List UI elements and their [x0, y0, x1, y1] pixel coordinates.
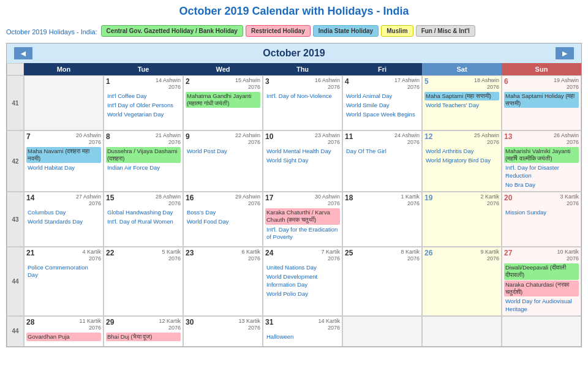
subtitle-label: October 2019 Holidays - India: — [6, 28, 97, 36]
calendar-cell: 3114 Kartik 2076Halloween — [263, 316, 342, 347]
next-month-button[interactable]: ► — [556, 47, 574, 59]
calendar-cell: 2912 Kartik 2076Bhai Duj (भैया दूज) — [104, 316, 183, 347]
calendar-cell: 114 Ashwin 2076Int'l Coffee DayInt'l Day… — [104, 75, 183, 130]
day-ashwin: 27 Ashwin 2076 — [76, 194, 101, 207]
calendar-cell: 247 Kartik 2076United Nations DayWorld D… — [263, 247, 342, 316]
dow-header-row: Mon Tue Wed Thu Fri Sat Sun — [7, 63, 581, 75]
calendar-event: World Arthritis Day — [424, 147, 499, 156]
week-num-41: 41 — [7, 75, 24, 130]
day-number: 10 — [265, 132, 273, 141]
day-number: 24 — [265, 249, 273, 257]
calendar-event: World Habitat Day — [26, 164, 101, 172]
dow-sun: Sun — [502, 63, 581, 75]
week-num-44: 44 — [7, 247, 24, 316]
page-title: October 2019 Calendar with Holidays - In… — [0, 0, 588, 20]
day-number: 21 — [26, 249, 34, 257]
calendar-cell: 316 Ashwin 2076Int'l. Day of Non-Violenc… — [263, 75, 342, 130]
calendar-cell: 258 Kartik 2076 — [342, 247, 422, 316]
calendar-event: Naraka Chaturdasi (नरका चतुर्दशी) — [504, 281, 579, 297]
calendar-cell: 1629 Ashwin 2076Boss's DayWorld Food Day — [183, 192, 263, 247]
calendar-cell: 1427 Ashwin 2076Columbus DayWorld Standa… — [24, 192, 104, 247]
calendar-cell: 215 Ashwin 2076Mahatma Gandhi Jayanti (म… — [183, 75, 263, 130]
day-number: 26 — [424, 249, 432, 257]
day-number: 25 — [345, 249, 353, 257]
calendar-cell: 1225 Ashwin 2076World Arthritis DayWorld… — [422, 130, 502, 192]
calendar-event: Police Commemoration Day — [26, 263, 101, 280]
calendar-cell: 2710 Kartik 2076Diwali/Deepavali (दीवाली… — [502, 247, 581, 316]
legend-fun[interactable]: Fun / Misc & Int'l — [416, 25, 475, 37]
calendar-event: Int'l Coffee Day — [106, 92, 181, 100]
calendar-cell: 1124 Ashwin 2076Day Of The Girl — [342, 130, 422, 192]
day-number: 3 — [265, 77, 270, 86]
day-ashwin: 21 Ashwin 2076 — [156, 132, 181, 146]
day-ashwin: 13 Kartik 2076 — [238, 318, 260, 331]
calendar-cell: 203 Kartik 2076Mission Sunday — [502, 192, 581, 247]
day-ashwin: 22 Ashwin 2076 — [235, 132, 260, 146]
calendar-event: Int'l. Day of Non-Violence — [265, 92, 340, 100]
day-ashwin: 5 Kartik 2076 — [162, 249, 181, 262]
calendar-event: Bhai Duj (भैया दूज) — [106, 333, 181, 341]
day-ashwin: 11 Kartik 2076 — [79, 318, 101, 331]
calendar-cell: 236 Kartik 2076 — [183, 247, 263, 316]
day-ashwin: 2 Kartik 2076 — [480, 194, 499, 207]
day-ashwin: 24 Ashwin 2076 — [394, 132, 420, 146]
calendar-event: Karaka Chaturthi / Karva Chauth (करक चतु… — [265, 208, 340, 225]
calendar-cell: 192 Kartik 2076 — [422, 192, 502, 247]
calendar-event: Maha Navami (दशहरा महा नवमी) — [26, 147, 101, 164]
day-number: 6 — [504, 77, 508, 86]
prev-month-button[interactable]: ◄ — [14, 47, 32, 59]
calendar-cell: 1023 Ashwin 2076World Mental Health DayW… — [263, 130, 342, 192]
calendar-event: World Day for Audiovisual Heritage — [504, 297, 579, 314]
calendar-event: Mission Sunday — [504, 208, 579, 217]
day-number: 4 — [345, 77, 349, 86]
day-ashwin: 16 Ashwin 2076 — [315, 77, 340, 91]
day-number: 14 — [26, 194, 34, 202]
calendar-event: Maha Saptami (महा सप्तमी) — [424, 92, 499, 100]
day-number: 8 — [106, 132, 110, 141]
calendar-event: Day Of The Girl — [345, 147, 420, 156]
calendar-cell: 181 Kartik 2076 — [342, 192, 422, 247]
dow-fri: Fri — [342, 63, 422, 75]
legend-restricted[interactable]: Restricted Holiday — [246, 25, 311, 37]
dow-mon: Mon — [24, 63, 104, 75]
calendar-event: Govardhan Puja — [26, 333, 101, 341]
dow-sat: Sat — [422, 63, 502, 75]
dow-tue: Tue — [104, 63, 183, 75]
calendar-event: Dussehra / Vijaya Dashami (दशहरा) — [106, 147, 181, 164]
calendar-cell: 225 Kartik 2076 — [104, 247, 183, 316]
calendar-event: Maharishi Valmiki Jayanti (महर्षि वाल्मी… — [504, 147, 579, 164]
calendar-event: Halloween — [265, 333, 340, 341]
calendar-event: Columbus Day — [26, 208, 101, 217]
calendar-event: Int'l Day of Older Persons — [106, 101, 181, 110]
day-number: 13 — [504, 132, 512, 141]
calendar-cell: 1730 Ashwin 2076Karaka Chaturthi / Karva… — [263, 192, 342, 247]
day-ashwin: 29 Ashwin 2076 — [235, 194, 260, 207]
day-ashwin: 17 Ashwin 2076 — [394, 77, 420, 91]
calendar-header: ◄ October 2019 ► — [7, 43, 581, 63]
calendar-event: No Bra Day — [504, 181, 579, 189]
day-ashwin: 4 Kartik 2076 — [82, 249, 101, 262]
calendar-event: World Smile Day — [345, 101, 420, 110]
day-number: 2 — [186, 77, 190, 86]
day-number: 5 — [424, 77, 429, 86]
day-ashwin: 19 Ashwin 2076 — [554, 77, 579, 91]
day-number: 28 — [26, 318, 34, 326]
day-number: 22 — [106, 249, 114, 257]
calendar-cell: 1528 Ashwin 2076Global Handwashing DayIn… — [104, 192, 183, 247]
day-ashwin: 6 Kartik 2076 — [241, 249, 260, 262]
legend-gazetted[interactable]: Central Gov. Gazetted Holiday / Bank Hol… — [101, 25, 243, 37]
week-num-42: 42 — [7, 130, 24, 192]
calendar-event: World Sight Day — [265, 156, 340, 165]
calendar-event: World Space Week Begins — [345, 110, 420, 119]
day-number: 1 — [106, 77, 110, 86]
week-num-43: 43 — [7, 192, 24, 247]
legend-state[interactable]: India State Holiday — [313, 25, 379, 37]
day-ashwin: 15 Ashwin 2076 — [235, 77, 260, 91]
calendar-cell — [24, 75, 104, 130]
legend-muslim[interactable]: Muslim — [381, 25, 413, 37]
day-ashwin: 9 Kartik 2076 — [480, 249, 499, 262]
week-num-44: 44 — [7, 316, 24, 347]
day-number: 31 — [265, 318, 273, 326]
day-ashwin: 3 Kartik 2076 — [560, 194, 579, 207]
calendar-event: Global Handwashing Day — [106, 208, 181, 217]
